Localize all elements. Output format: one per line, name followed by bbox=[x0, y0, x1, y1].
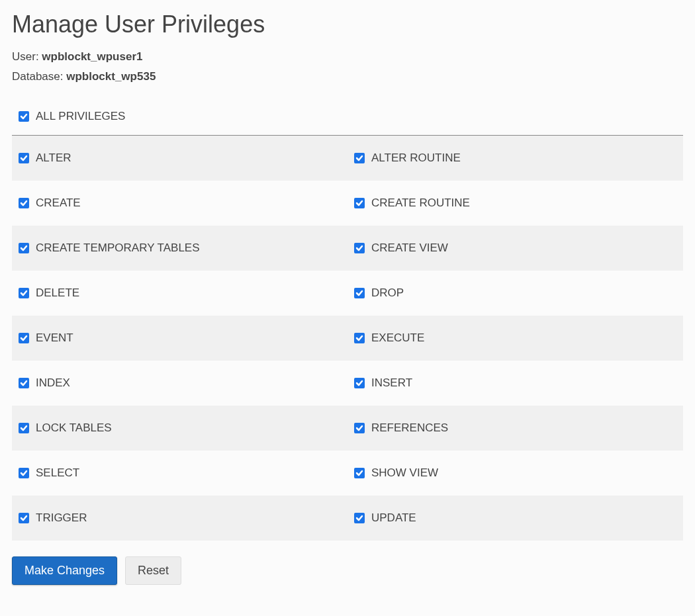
reset-button[interactable]: Reset bbox=[125, 556, 181, 585]
privilege-label: CREATE bbox=[36, 197, 81, 210]
all-privileges-label: ALL PRIVILEGES bbox=[36, 110, 125, 123]
privilege-create: CREATE bbox=[12, 181, 348, 226]
privilege-checkbox-lock-tables[interactable] bbox=[19, 423, 29, 433]
privilege-label: EVENT bbox=[36, 331, 73, 345]
privilege-checkbox-drop[interactable] bbox=[354, 288, 365, 298]
privilege-label: DELETE bbox=[36, 286, 79, 300]
privilege-label: CREATE ROUTINE bbox=[371, 197, 470, 210]
database-info-line: Database: wpblockt_wp535 bbox=[12, 70, 683, 83]
privilege-checkbox-select[interactable] bbox=[19, 468, 29, 478]
privilege-show-view: SHOW VIEW bbox=[348, 451, 683, 496]
privilege-checkbox-create-view[interactable] bbox=[354, 243, 365, 253]
privilege-label: INDEX bbox=[36, 376, 70, 390]
privilege-label: ALTER ROUTINE bbox=[371, 152, 461, 165]
privilege-checkbox-update[interactable] bbox=[354, 513, 365, 523]
privilege-drop: DROP bbox=[348, 271, 683, 316]
privilege-checkbox-references[interactable] bbox=[354, 423, 365, 433]
privilege-execute: EXECUTE bbox=[348, 316, 683, 361]
all-privileges-checkbox[interactable] bbox=[19, 111, 29, 122]
privilege-checkbox-delete[interactable] bbox=[19, 288, 29, 298]
privilege-checkbox-alter-routine[interactable] bbox=[354, 153, 365, 163]
privilege-event: EVENT bbox=[12, 316, 348, 361]
privilege-label: DROP bbox=[371, 286, 404, 300]
privilege-lock-tables: LOCK TABLES bbox=[12, 406, 348, 451]
privilege-create-temporary-tables: CREATE TEMPORARY TABLES bbox=[12, 226, 348, 271]
privilege-label: UPDATE bbox=[371, 511, 416, 525]
privilege-label: ALTER bbox=[36, 152, 71, 165]
privilege-label: EXECUTE bbox=[371, 331, 424, 345]
user-label: User: bbox=[12, 50, 39, 63]
actions-bar: Make Changes Reset bbox=[12, 556, 683, 585]
privilege-select: SELECT bbox=[12, 451, 348, 496]
privilege-create-view: CREATE VIEW bbox=[348, 226, 683, 271]
privilege-checkbox-alter[interactable] bbox=[19, 153, 29, 163]
privilege-checkbox-execute[interactable] bbox=[354, 333, 365, 343]
page-title: Manage User Privileges bbox=[12, 11, 683, 38]
privilege-trigger: TRIGGER bbox=[12, 496, 348, 541]
user-value: wpblockt_wpuser1 bbox=[42, 50, 142, 63]
privilege-label: LOCK TABLES bbox=[36, 421, 112, 435]
privilege-label: REFERENCES bbox=[371, 421, 448, 435]
user-info-line: User: wpblockt_wpuser1 bbox=[12, 50, 683, 64]
privilege-label: SELECT bbox=[36, 466, 79, 480]
database-label: Database: bbox=[12, 70, 64, 83]
privilege-alter-routine: ALTER ROUTINE bbox=[348, 136, 683, 181]
privilege-alter: ALTER bbox=[12, 136, 348, 181]
privilege-label: CREATE TEMPORARY TABLES bbox=[36, 242, 200, 255]
privilege-checkbox-event[interactable] bbox=[19, 333, 29, 343]
make-changes-button[interactable]: Make Changes bbox=[12, 556, 117, 585]
privilege-delete: DELETE bbox=[12, 271, 348, 316]
all-privileges-row: ALL PRIVILEGES bbox=[12, 102, 683, 136]
privilege-create-routine: CREATE ROUTINE bbox=[348, 181, 683, 226]
privilege-checkbox-create-temporary-tables[interactable] bbox=[19, 243, 29, 253]
privilege-insert: INSERT bbox=[348, 361, 683, 406]
privilege-index: INDEX bbox=[12, 361, 348, 406]
privilege-label: SHOW VIEW bbox=[371, 466, 438, 480]
privilege-references: REFERENCES bbox=[348, 406, 683, 451]
privileges-grid: ALTERALTER ROUTINECREATECREATE ROUTINECR… bbox=[12, 136, 683, 541]
privilege-checkbox-create-routine[interactable] bbox=[354, 198, 365, 208]
privilege-checkbox-trigger[interactable] bbox=[19, 513, 29, 523]
privilege-checkbox-insert[interactable] bbox=[354, 378, 365, 388]
privilege-label: INSERT bbox=[371, 376, 412, 390]
privilege-checkbox-show-view[interactable] bbox=[354, 468, 365, 478]
privilege-checkbox-create[interactable] bbox=[19, 198, 29, 208]
privilege-checkbox-index[interactable] bbox=[19, 378, 29, 388]
database-value: wpblockt_wp535 bbox=[66, 70, 156, 83]
privilege-label: CREATE VIEW bbox=[371, 242, 448, 255]
privilege-label: TRIGGER bbox=[36, 511, 87, 525]
privilege-update: UPDATE bbox=[348, 496, 683, 541]
